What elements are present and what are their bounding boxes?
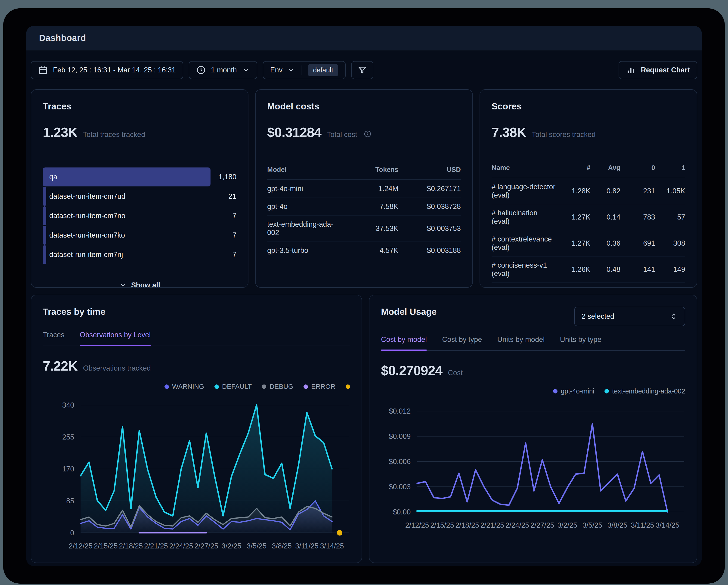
divider (301, 65, 302, 75)
svg-text:2/12/25: 2/12/25 (69, 542, 93, 550)
trace-row[interactable]: dataset-run-item-cm7ud21 (43, 187, 236, 206)
legend-item-gpt-4o-mini[interactable]: gpt-4o-mini (553, 388, 594, 395)
info-icon[interactable] (364, 130, 371, 138)
table-row[interactable]: # conciseness-v1 (eval)1.26K0.48141149 (492, 257, 685, 283)
row-value: 57 (655, 213, 685, 221)
clock-icon (196, 65, 206, 75)
model-usage-legend: gpt-4o-minitext-embedding-ada-002 (381, 388, 685, 395)
trace-count: 7 (210, 231, 236, 239)
env-filter[interactable]: Env default (263, 61, 346, 79)
table-row[interactable]: gpt-3.5-turbo4.57K$0.003188 (267, 242, 461, 259)
svg-text:3/5/25: 3/5/25 (246, 542, 266, 550)
traces-by-time-tabs: TracesObservations by Level (43, 331, 350, 346)
tab-units-by-model[interactable]: Units by model (497, 336, 545, 350)
svg-text:3/5/25: 3/5/25 (582, 521, 602, 529)
row-name: text-embedding-ada-002 (267, 220, 340, 237)
legend-item-debug[interactable]: DEBUG (262, 383, 293, 391)
svg-text:$0.009: $0.009 (389, 432, 411, 441)
row-value: 0 (655, 287, 685, 288)
trace-name: dataset-run-item-cm7ko (49, 231, 125, 239)
svg-text:$0.00: $0.00 (393, 508, 411, 516)
top-bar: Dashboard (26, 26, 702, 50)
table-header-row: ModelTokensUSD (267, 166, 461, 180)
show-all-label: Show all (131, 281, 160, 288)
trace-row[interactable]: dataset-run-item-cm7ko7 (43, 225, 236, 245)
row-value: 0.48 (590, 265, 620, 274)
trace-name: qa (49, 173, 57, 181)
svg-text:$0.012: $0.012 (389, 407, 411, 415)
row-value: 308 (655, 239, 685, 247)
interval-select[interactable]: 1 month (189, 61, 257, 79)
row-value: $0.267171 (398, 185, 461, 193)
tab-traces[interactable]: Traces (43, 331, 64, 346)
svg-text:$0.006: $0.006 (389, 457, 411, 466)
filter-button[interactable] (351, 61, 373, 79)
tab-cost-by-type[interactable]: Cost by type (442, 336, 482, 350)
trace-bar (43, 187, 46, 206)
row-name: # contextrelevance (eval) (492, 235, 556, 252)
date-range-picker[interactable]: Feb 12, 25 : 16:31 - Mar 14, 25 : 16:31 (31, 61, 183, 79)
model-costs-metric-label: Total cost (327, 130, 357, 139)
scores-card: Scores 7.38K Total scores tracked Name#A… (479, 89, 697, 288)
legend-label: gpt-4o-mini (561, 388, 594, 395)
request-chart-button[interactable]: Request Chart (619, 61, 697, 79)
trace-bar-area: dataset-run-item-cm7no (43, 206, 210, 225)
row-name: # conciseness-v1 (eval) (492, 261, 556, 278)
legend-item-unlabeled[interactable] (346, 384, 350, 389)
trace-row[interactable]: qa1,180 (43, 167, 236, 187)
legend-dot (553, 389, 557, 394)
traces-metric: 1.23K (43, 125, 78, 140)
svg-text:2/21/25: 2/21/25 (480, 521, 504, 529)
svg-text:3/2/25: 3/2/25 (557, 521, 577, 529)
table-row[interactable]: # contextrelevance (eval)1.27K0.36691308 (492, 231, 685, 257)
chevrons-up-down-icon (670, 312, 678, 321)
row-value: 4.57K (340, 246, 398, 255)
legend-dot (304, 384, 308, 389)
observations-metric-label: Observations tracked (83, 364, 151, 372)
scores-metric: 7.38K (492, 125, 526, 140)
tab-observations-by-level[interactable]: Observations by Level (80, 331, 151, 346)
funnel-icon (357, 65, 367, 75)
tab-cost-by-model[interactable]: Cost by model (381, 336, 427, 350)
legend-item-error[interactable]: ERROR (304, 383, 335, 391)
dashboard-app: Dashboard Feb 12, 25 : 16:31 - Mar 14, 2… (26, 26, 702, 566)
calendar-icon (38, 65, 48, 75)
row-name: # language-detector (eval) (492, 183, 556, 200)
traces-show-all-button[interactable]: Show all (43, 281, 236, 288)
row-name: gpt-4o (267, 203, 340, 211)
svg-text:3/14/25: 3/14/25 (320, 542, 344, 550)
trace-row[interactable]: dataset-run-item-cm7nj7 (43, 245, 236, 264)
trace-row[interactable]: dataset-run-item-cm7no7 (43, 206, 236, 225)
model-select[interactable]: 2 selected (574, 307, 685, 326)
legend-item-default[interactable]: DEFAULT (214, 383, 252, 391)
table-row[interactable]: text-embedding-ada-00237.53K$0.003753 (267, 216, 461, 242)
card-title: Traces by time (43, 307, 350, 317)
page-title: Dashboard (39, 33, 86, 43)
trace-name: dataset-run-item-cm7no (49, 212, 125, 220)
column-header: 0 (620, 164, 655, 171)
trace-count: 7 (210, 212, 236, 220)
row-value: 149 (655, 265, 685, 274)
chevron-down-icon (119, 281, 127, 288)
row-name: # hallucination (eval) (492, 209, 556, 225)
row-value: 1.25K (556, 287, 590, 288)
card-title: Traces (43, 101, 236, 111)
row-value: 1.26K (556, 265, 590, 274)
legend-item-warning[interactable]: WARNING (164, 383, 204, 391)
table-row[interactable]: # toxicity-v2 (eval)1.25K01.25K0 (492, 283, 685, 288)
legend-item-text-embedding-ada-002[interactable]: text-embedding-ada-002 (604, 388, 685, 395)
row-value: 0 (590, 287, 620, 288)
toolbar: Feb 12, 25 : 16:31 - Mar 14, 25 : 16:31 … (31, 61, 697, 79)
traces-list: qa1,180dataset-run-item-cm7ud21dataset-r… (43, 167, 236, 264)
column-header: USD (398, 166, 461, 174)
table-row[interactable]: gpt-4o7.58K$0.038728 (267, 198, 461, 216)
trace-count: 7 (210, 250, 236, 259)
date-range-value: Feb 12, 25 : 16:31 - Mar 14, 25 : 16:31 (53, 66, 176, 74)
table-row[interactable]: gpt-4o-mini1.24M$0.267171 (267, 180, 461, 198)
model-costs-metric: $0.31284 (267, 125, 321, 140)
tab-units-by-type[interactable]: Units by type (560, 336, 601, 350)
row-value: 1.24M (340, 185, 398, 193)
table-row[interactable]: # language-detector (eval)1.28K0.822311.… (492, 178, 685, 204)
cost-by-model-chart: $0.00$0.003$0.006$0.009$0.0122/12/252/15… (381, 401, 685, 531)
table-row[interactable]: # hallucination (eval)1.27K0.1478357 (492, 204, 685, 231)
